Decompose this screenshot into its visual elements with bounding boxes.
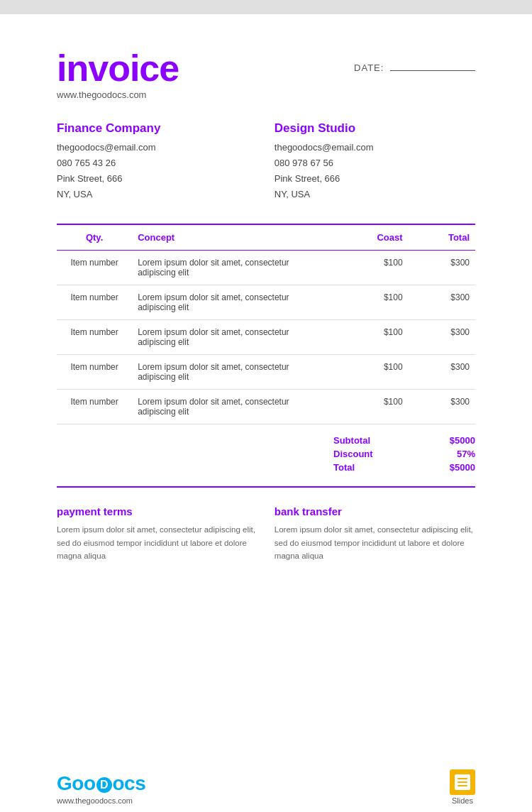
table-row: Item number Lorem ipsum dolor sit amet, … <box>57 320 475 355</box>
from-email: thegoodocs@email.com <box>57 140 257 155</box>
col-header-qty: Qty. <box>57 225 132 251</box>
slides-icon: Slides <box>450 769 475 805</box>
from-company-info: thegoodocs@email.com 080 765 43 26 Pink … <box>57 140 257 202</box>
discount-label: Discount <box>333 449 373 459</box>
table-row: Item number Lorem ipsum dolor sit amet, … <box>57 285 475 320</box>
row-desc2-3: adipiscing elit <box>138 372 336 382</box>
row-concept-3: Lorem ipsum dolor sit amet, consectetur … <box>132 355 341 390</box>
totals-table: Subtotal $5000 Discount 57% Total $5000 <box>333 435 475 476</box>
header-website: www.thegoodocs.com <box>57 89 179 100</box>
date-value <box>390 70 475 71</box>
row-qty-4: Item number <box>57 390 132 424</box>
companies-section: Finance Company thegoodocs@email.com 080… <box>57 121 475 202</box>
payment-terms-block: payment terms Lorem ipsum dolor sit amet… <box>57 505 257 562</box>
row-desc2-0: adipiscing elit <box>138 268 336 278</box>
invoice-title: invoice <box>57 50 179 87</box>
row-desc1-1: Lorem ipsum dolor sit amet, consectetur <box>138 292 336 302</box>
to-street: Pink Street, 666 <box>275 171 475 187</box>
subtotal-label: Subtotal <box>333 435 370 446</box>
row-qty-3: Item number <box>57 355 132 390</box>
row-coast-3: $100 <box>341 355 408 390</box>
invoice-table: Qty. Concept Coast Total Item number Lor… <box>57 225 475 424</box>
row-coast-1: $100 <box>341 285 408 320</box>
slides-icon-lines <box>458 778 467 786</box>
row-qty-2: Item number <box>57 320 132 355</box>
bank-transfer-block: bank transfer Lorem ipsum dolor sit amet… <box>275 505 475 562</box>
col-header-coast: Coast <box>341 225 408 251</box>
row-concept-2: Lorem ipsum dolor sit amet, consectetur … <box>132 320 341 355</box>
logo-goo: Goo <box>57 772 96 794</box>
footer-website: www.thegoodocs.com <box>57 796 145 805</box>
to-phone: 080 978 67 56 <box>275 155 475 171</box>
from-company: Finance Company thegoodocs@email.com 080… <box>57 121 257 202</box>
logo-text: GooDocs <box>57 772 145 795</box>
to-location: NY, USA <box>275 187 475 202</box>
date-section: DATE: <box>354 62 475 73</box>
subtotal-value: $5000 <box>450 435 475 446</box>
table-row: Item number Lorem ipsum dolor sit amet, … <box>57 390 475 424</box>
header-left: invoice www.thegoodocs.com <box>57 50 179 100</box>
payment-terms-title: payment terms <box>57 505 257 517</box>
slides-icon-box <box>450 769 475 795</box>
row-concept-4: Lorem ipsum dolor sit amet, consectetur … <box>132 390 341 424</box>
slides-icon-inner <box>455 774 470 790</box>
from-location: NY, USA <box>57 187 257 202</box>
row-desc1-3: Lorem ipsum dolor sit amet, consectetur <box>138 362 336 372</box>
footer-logo: GooDocs www.thegoodocs.com <box>57 772 145 805</box>
col-header-concept: Concept <box>132 225 341 251</box>
total-label: Total <box>333 462 355 473</box>
row-coast-2: $100 <box>341 320 408 355</box>
row-desc2-2: adipiscing elit <box>138 337 336 347</box>
invoice-page: invoice www.thegoodocs.com DATE: Finance… <box>0 14 532 812</box>
row-coast-0: $100 <box>341 251 408 285</box>
slides-line-2 <box>458 781 467 783</box>
total-row: Total $5000 <box>333 462 475 473</box>
bank-transfer-text: Lorem ipsum dolor sit amet, consectetur … <box>275 523 475 562</box>
slides-label: Slides <box>452 796 473 805</box>
row-desc1-4: Lorem ipsum dolor sit amet, consectetur <box>138 397 336 407</box>
row-concept-1: Lorem ipsum dolor sit amet, consectetur … <box>132 285 341 320</box>
table-row: Item number Lorem ipsum dolor sit amet, … <box>57 355 475 390</box>
to-email: thegoodocs@email.com <box>275 140 475 155</box>
date-label: DATE: <box>354 62 384 73</box>
col-header-total: Total <box>409 225 475 251</box>
table-header-row: Qty. Concept Coast Total <box>57 225 475 251</box>
footer: GooDocs www.thegoodocs.com Slides <box>57 769 475 805</box>
row-coast-4: $100 <box>341 390 408 424</box>
row-qty-0: Item number <box>57 251 132 285</box>
to-company: Design Studio thegoodocs@email.com 080 9… <box>275 121 475 202</box>
logo-ocs: ocs <box>113 772 146 794</box>
row-desc1-2: Lorem ipsum dolor sit amet, consectetur <box>138 327 336 337</box>
slides-line-3 <box>458 785 467 786</box>
to-company-info: thegoodocs@email.com 080 978 67 56 Pink … <box>275 140 475 202</box>
row-total-0: $300 <box>409 251 475 285</box>
to-company-name: Design Studio <box>275 121 475 136</box>
row-qty-1: Item number <box>57 285 132 320</box>
header-section: invoice www.thegoodocs.com DATE: <box>57 50 475 100</box>
row-desc1-0: Lorem ipsum dolor sit amet, consectetur <box>138 258 336 268</box>
from-phone: 080 765 43 26 <box>57 155 257 171</box>
table-row: Item number Lorem ipsum dolor sit amet, … <box>57 251 475 285</box>
subtotal-row: Subtotal $5000 <box>333 435 475 446</box>
row-total-2: $300 <box>409 320 475 355</box>
bank-transfer-title: bank transfer <box>275 505 475 517</box>
row-total-4: $300 <box>409 390 475 424</box>
row-desc2-4: adipiscing elit <box>138 407 336 417</box>
payment-section: payment terms Lorem ipsum dolor sit amet… <box>57 505 475 562</box>
discount-value: 57% <box>457 449 475 459</box>
total-value: $5000 <box>450 462 475 473</box>
from-street: Pink Street, 666 <box>57 171 257 187</box>
totals-section: Subtotal $5000 Discount 57% Total $5000 <box>57 435 475 488</box>
row-total-3: $300 <box>409 355 475 390</box>
slides-line-1 <box>458 778 467 779</box>
table-section: Qty. Concept Coast Total Item number Lor… <box>57 225 475 424</box>
payment-terms-text: Lorem ipsum dolor sit amet, consectetur … <box>57 523 257 562</box>
row-concept-0: Lorem ipsum dolor sit amet, consectetur … <box>132 251 341 285</box>
logo-d: D <box>96 777 112 793</box>
discount-row: Discount 57% <box>333 449 475 459</box>
from-company-name: Finance Company <box>57 121 257 136</box>
row-total-1: $300 <box>409 285 475 320</box>
row-desc2-1: adipiscing elit <box>138 302 336 312</box>
